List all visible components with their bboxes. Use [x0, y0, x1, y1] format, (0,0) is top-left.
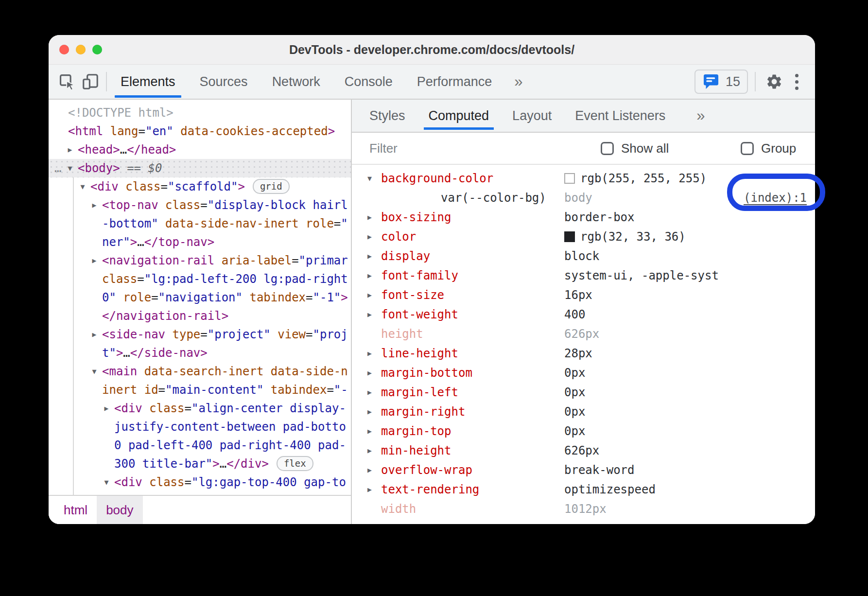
computed-property-row[interactable]: ▶margin-right0px	[352, 402, 815, 421]
dom-tree-row[interactable]: class="lg:pad-left-200 lg:pad-right	[49, 270, 351, 288]
chevron-collapsed-icon[interactable]: ▶	[88, 251, 100, 270]
sidebar-tab-styles[interactable]: Styles	[364, 100, 411, 132]
code-token: role	[299, 217, 334, 230]
more-sidebar-tabs-button[interactable]: »	[692, 100, 710, 132]
code-token: data-search-inert	[137, 365, 263, 378]
dom-tree-row[interactable]: ▶<top-nav class="display-block hairl	[49, 196, 351, 214]
toolbar-tabs: ElementsSourcesNetworkConsolePerformance	[114, 65, 509, 99]
dom-tree-row[interactable]: 300 title-bar">…</div>flex	[49, 455, 351, 473]
dom-tree-row[interactable]: …▼<body> == $0	[49, 159, 351, 177]
chevron-expanded-icon[interactable]: ▼	[101, 473, 112, 491]
property-name: text-rendering	[381, 480, 479, 499]
menu-button[interactable]	[786, 74, 807, 90]
console-status-button[interactable]: 15	[694, 70, 748, 94]
dom-tree-row[interactable]: ▶<navigation-rail aria-label="primar	[49, 251, 351, 270]
code-token: data-side-n	[263, 365, 347, 378]
chevron-collapsed-icon[interactable]: ▶	[64, 140, 76, 159]
chevron-collapsed-icon[interactable]: ▶	[367, 363, 372, 383]
chevron-collapsed-icon[interactable]: ▶	[88, 325, 100, 344]
chevron-collapsed-icon[interactable]: ▶	[367, 246, 372, 266]
dom-tree-row[interactable]: 0 pad-left-400 pad-right-400 pad-	[49, 436, 351, 455]
grid-badge[interactable]: grid	[253, 179, 290, 194]
chevron-expanded-icon[interactable]: ▼	[64, 159, 76, 177]
dom-tree-row[interactable]: ▶<div class="align-center display-	[49, 399, 351, 418]
color-swatch[interactable]	[564, 231, 575, 242]
dom-tree-row[interactable]: ▶<side-nav type="project" view="proj	[49, 325, 351, 344]
code-token: justify-content-between pad-botto	[114, 420, 346, 434]
computed-property-row[interactable]: ▶font-familysystem-ui, -apple-syst	[352, 266, 815, 285]
dom-tree-row[interactable]: ▼<div class="scaffold">grid	[49, 177, 351, 196]
chevron-collapsed-icon[interactable]: ▶	[367, 402, 372, 421]
code-token: "align-center display-	[191, 402, 346, 415]
chevron-expanded-icon[interactable]: ▼	[77, 177, 88, 196]
chevron-collapsed-icon[interactable]: ▶	[367, 285, 372, 305]
property-value-text: 626px	[564, 324, 599, 344]
computed-property-row[interactable]: ▶min-height626px	[352, 441, 815, 460]
dom-tree-row[interactable]: </navigation-rail>	[49, 307, 351, 325]
show-all-checkbox[interactable]	[601, 142, 614, 155]
group-checkbox[interactable]	[741, 142, 754, 155]
computed-property-row[interactable]: width1012px	[352, 499, 815, 519]
chevron-collapsed-icon[interactable]: ▶	[367, 227, 372, 246]
more-panels-button[interactable]: »	[510, 66, 526, 98]
computed-property-row[interactable]: height626px	[352, 324, 815, 344]
dom-tree-row[interactable]: ner">…</top-nav>	[49, 233, 351, 251]
chevron-expanded-icon[interactable]: ▼	[367, 169, 372, 188]
dom-tree-row[interactable]: 0" role="navigation" tabindex="-1">	[49, 288, 351, 307]
flex-badge[interactable]: flex	[277, 456, 313, 471]
code-token: class	[142, 402, 185, 415]
toolbar-tab-sources[interactable]: Sources	[193, 65, 255, 99]
toolbar-tab-network[interactable]: Network	[265, 65, 327, 99]
chevron-collapsed-icon[interactable]: ▶	[367, 305, 372, 324]
chevron-collapsed-icon[interactable]: ▶	[367, 480, 372, 499]
chevron-collapsed-icon[interactable]: ▶	[367, 266, 372, 285]
dom-tree-row[interactable]: ▶<head>…</head>	[49, 140, 351, 159]
dom-tree-row[interactable]: <html lang="en" data-cookies-accepted>	[49, 122, 351, 140]
sidebar-tab-layout[interactable]: Layout	[506, 100, 557, 132]
dom-node-text: <div class="lg:gap-top-400 gap-to	[49, 473, 346, 491]
dom-node-text: 0 pad-left-400 pad-right-400 pad-	[49, 436, 346, 455]
code-token: "-	[334, 383, 348, 397]
computed-property-row[interactable]: ▶font-size16px	[352, 285, 815, 305]
inspect-element-button[interactable]	[55, 69, 79, 94]
toolbar-tab-elements[interactable]: Elements	[114, 65, 182, 99]
computed-property-row[interactable]: ▶margin-top0px	[352, 421, 815, 441]
dom-tree-row[interactable]: ▼<div class="lg:gap-top-400 gap-to	[49, 473, 351, 491]
chevron-collapsed-icon[interactable]: ▶	[367, 460, 372, 480]
inspect-cursor-icon	[58, 72, 76, 91]
code-token: 0 pad-left-400 pad-right-400 pad-	[114, 438, 346, 452]
dom-tree-row[interactable]: inert id="main-content" tabindex="-	[49, 381, 351, 399]
color-swatch[interactable]	[564, 173, 575, 184]
sidebar-tab-computed[interactable]: Computed	[423, 100, 495, 132]
computed-property-row[interactable]: ▶text-renderingoptimizespeed	[352, 480, 815, 499]
settings-button[interactable]	[763, 69, 786, 94]
breadcrumb-item-html[interactable]: html	[54, 496, 97, 524]
chevron-collapsed-icon[interactable]: ▶	[367, 383, 372, 402]
dom-tree-row[interactable]: -bottom" data-side-nav-inert role="	[49, 214, 351, 233]
dom-tree-row[interactable]: <!DOCTYPE html>	[49, 104, 351, 122]
chevron-expanded-icon[interactable]: ▼	[88, 362, 100, 381]
computed-property-row[interactable]: ▶margin-bottom0px	[352, 363, 815, 383]
computed-property-row[interactable]: ▶font-weight400	[352, 305, 815, 324]
computed-property-row[interactable]: ▶displayblock	[352, 246, 815, 266]
sidebar-tab-event-listeners[interactable]: Event Listeners	[569, 100, 671, 132]
chevron-collapsed-icon[interactable]: ▶	[88, 196, 100, 214]
dom-tree-row[interactable]: ▼<main data-search-inert data-side-n	[49, 362, 351, 381]
toolbar-tab-console[interactable]: Console	[338, 65, 399, 99]
chevron-collapsed-icon[interactable]: ▶	[367, 208, 372, 227]
dom-tree-row[interactable]: justify-content-between pad-botto	[49, 418, 351, 436]
dom-tree-row[interactable]: t">…</side-nav>	[49, 344, 351, 362]
toolbar-tab-performance[interactable]: Performance	[410, 65, 499, 99]
device-toolbar-button[interactable]	[79, 69, 102, 94]
computed-property-row[interactable]: ▶colorrgb(32, 33, 36)	[352, 227, 815, 246]
filter-input[interactable]	[368, 140, 565, 157]
chevron-collapsed-icon[interactable]: ▶	[367, 441, 372, 460]
computed-property-row[interactable]: ▶margin-left0px	[352, 383, 815, 402]
computed-property-row[interactable]: ▶line-height28px	[352, 344, 815, 363]
code-token: </div>	[226, 457, 269, 471]
computed-property-row[interactable]: ▶overflow-wrapbreak-word	[352, 460, 815, 480]
breadcrumb-item-body[interactable]: body	[97, 496, 142, 524]
chevron-collapsed-icon[interactable]: ▶	[367, 421, 372, 441]
chevron-collapsed-icon[interactable]: ▶	[101, 399, 112, 418]
chevron-collapsed-icon[interactable]: ▶	[367, 344, 372, 363]
